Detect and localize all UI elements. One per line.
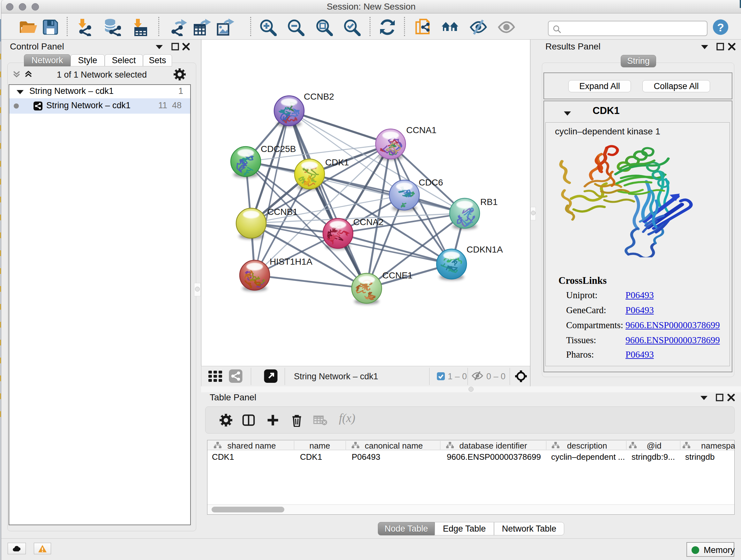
- svg-text:CDK1: CDK1: [325, 158, 349, 167]
- svg-text:CCNB1: CCNB1: [267, 207, 298, 217]
- svg-text:CDC6: CDC6: [419, 178, 443, 187]
- svg-text:CCNB2: CCNB2: [304, 91, 334, 102]
- svg-text:?: ?: [717, 21, 724, 34]
- svg-text:CDKN1A: CDKN1A: [467, 245, 503, 254]
- svg-text:CCNA1: CCNA1: [406, 125, 436, 135]
- svg-text:HIST1H1A: HIST1H1A: [270, 257, 313, 266]
- svg-text:RB1: RB1: [480, 197, 497, 207]
- svg-text:CCNE1: CCNE1: [382, 270, 413, 280]
- svg-text:CCNA2: CCNA2: [353, 217, 384, 227]
- svg-text:CDC25B: CDC25B: [261, 144, 296, 154]
